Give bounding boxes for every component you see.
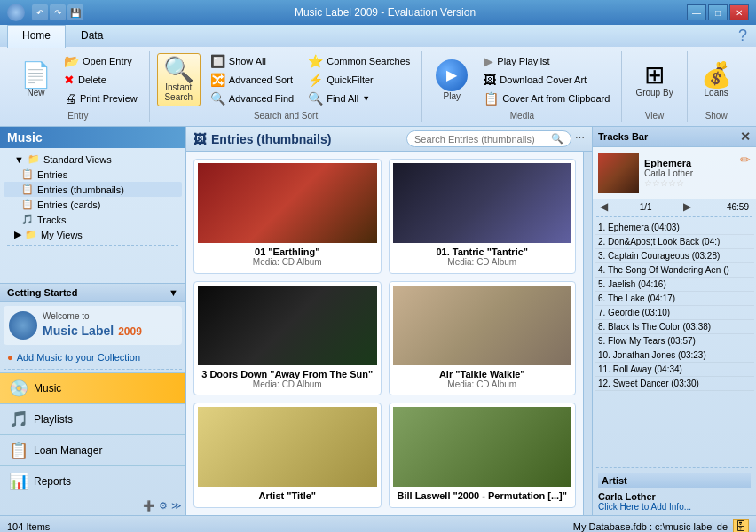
tree-tracks[interactable]: 🎵 Tracks — [4, 212, 182, 227]
content-header: 🖼 Entries (thumbnails) 🔍 ⋯ — [186, 127, 592, 152]
instant-search-icon: 🔍 — [163, 58, 194, 82]
tab-data[interactable]: Data — [66, 25, 118, 48]
sidebar-nav: 💿 Music 🎵 Playlists 📋 Loan Manager 📊 Rep… — [0, 372, 185, 497]
tree-entries[interactable]: 📋 Entries — [4, 167, 182, 182]
find-all-button[interactable]: 🔍 Find All ▼ — [303, 90, 414, 107]
advanced-find-icon: 🔍 — [210, 91, 225, 106]
loans-button[interactable]: 💰 Loans — [695, 59, 738, 102]
entry-title-earthling: 01 "Earthling" — [255, 246, 319, 257]
tracks-bar: Tracks Bar ✕ Ephemera Carla Lother ☆☆☆☆☆… — [592, 127, 756, 515]
edit-now-playing-icon[interactable]: ✏ — [740, 153, 751, 167]
getting-started-bar[interactable]: Getting Started ▼ — [0, 283, 185, 302]
entries-search-box[interactable]: 🔍 — [406, 130, 571, 147]
new-button[interactable]: 📄 New — [14, 59, 58, 102]
sidebar-tree: ▼ 📁 Standard Views 📋 Entries 📋 Entries (… — [0, 148, 185, 283]
track-list-item[interactable]: 3. Captain Courageous (03:28) — [595, 249, 754, 263]
tab-home[interactable]: Home — [7, 25, 66, 48]
tracks-close-button[interactable]: ✕ — [740, 129, 751, 144]
common-searches-button[interactable]: ⭐ Common Searches — [303, 52, 414, 70]
entry-card-3doors[interactable]: 3 Doors Down "Away From The Sun" Media: … — [193, 281, 382, 396]
tracks-list: 1. Ephemera (04:03)2. Don&Apos;t Look Ba… — [593, 219, 756, 466]
entry-card-laswell[interactable]: Bill Laswell "2000 - Permutation [...]" — [389, 403, 577, 508]
show-all-button[interactable]: 🔲 Show All — [206, 52, 298, 70]
tree-myviews-expand-icon: ▶ — [14, 229, 21, 240]
download-cover-button[interactable]: 🖼 Download Cover Art — [479, 71, 614, 89]
now-playing-section: Ephemera Carla Lother ☆☆☆☆☆ ✏ — [593, 147, 756, 199]
instant-search-button[interactable]: 🔍 InstantSearch — [157, 53, 201, 106]
maximize-button[interactable]: □ — [708, 4, 728, 20]
db-icon[interactable]: 🗄 — [733, 519, 749, 533]
track-list-item[interactable]: 1. Ephemera (04:03) — [595, 221, 754, 235]
sidebar-item-reports[interactable]: 📊 Reports — [0, 466, 185, 497]
track-list-item[interactable]: 9. Flow My Tears (03:57) — [595, 334, 754, 348]
now-playing-title: Ephemera — [644, 158, 735, 168]
quick-access-btn3[interactable]: 💾 — [67, 4, 83, 20]
sidebar-add-icon[interactable]: ➕ — [143, 500, 155, 512]
delete-label: Delete — [78, 74, 106, 85]
delete-button[interactable]: ✖ Delete — [59, 71, 142, 89]
cover-clipboard-icon: 📋 — [484, 91, 499, 106]
search-input[interactable] — [414, 134, 547, 145]
advanced-sort-button[interactable]: 🔀 Advanced Sort — [206, 71, 298, 89]
advanced-find-button[interactable]: 🔍 Advanced Find — [206, 90, 298, 107]
playlists-nav-icon: 🎵 — [9, 410, 28, 429]
tree-my-views[interactable]: ▶ 📁 My Views — [4, 227, 182, 242]
play-playlist-button[interactable]: ▶ Play Playlist — [479, 52, 614, 70]
tree-entries-thumbnails[interactable]: 📋 Entries (thumbnails) — [4, 182, 182, 197]
sidebar-item-playlists[interactable]: 🎵 Playlists — [0, 403, 185, 434]
open-icon: 📂 — [64, 54, 79, 68]
content-scrollbar[interactable] — [583, 152, 592, 515]
play-button[interactable]: ▶ Play — [429, 55, 474, 106]
track-list-item[interactable]: 6. The Lake (04:17) — [595, 292, 754, 306]
prev-button[interactable]: ◀ — [600, 200, 608, 213]
download-cover-label: Download Cover Art — [500, 74, 587, 85]
add-music-link[interactable]: ● Add Music to your Collection — [0, 348, 185, 366]
entry-card-air[interactable]: Air "Talkie Walkie" Media: CD Album — [389, 281, 577, 396]
common-searches-label: Common Searches — [327, 56, 410, 66]
ribbon: Home Data ? 📄 New 📂 Open Entry ✖ — [0, 25, 756, 127]
sidebar-settings-icon[interactable]: ⚙ — [159, 500, 168, 512]
tree-entries-cards[interactable]: 📋 Entries (cards) — [4, 197, 182, 212]
search-more-icon[interactable]: ⋯ — [575, 133, 585, 145]
close-button[interactable]: ✕ — [729, 4, 749, 20]
entry-card-earthling[interactable]: 01 "Earthling" Media: CD Album — [193, 159, 382, 274]
open-entry-button[interactable]: 📂 Open Entry — [59, 52, 142, 70]
track-list-item[interactable]: 12. Sweet Dancer (03:30) — [595, 377, 754, 391]
new-label: New — [27, 88, 44, 98]
next-button[interactable]: ▶ — [683, 200, 691, 213]
track-list-item[interactable]: 10. Jonathan Jones (03:23) — [595, 348, 754, 363]
track-list-item[interactable]: 8. Black Is The Color (03:38) — [595, 320, 754, 334]
cover-clipboard-button[interactable]: 📋 Cover Art from Clipboard — [479, 90, 614, 107]
quick-access-btn[interactable]: ↶ — [32, 4, 48, 20]
track-list-item[interactable]: 7. Geordie (03:10) — [595, 306, 754, 320]
entry-title-laswell: Bill Laswell "2000 - Permutation [...]" — [398, 490, 567, 501]
quick-access-btn2[interactable]: ↷ — [50, 4, 66, 20]
entry-thumb-laswell — [393, 407, 572, 487]
sidebar-item-loan-manager[interactable]: 📋 Loan Manager — [0, 434, 185, 466]
track-list-item[interactable]: 4. The Song Of Wandering Aen () — [595, 263, 754, 278]
group-by-button[interactable]: ⊞ Group By — [629, 59, 679, 102]
entry-card-artist[interactable]: Artist "Title" — [193, 403, 382, 508]
entry-meta-air: Media: CD Album — [447, 379, 516, 389]
track-list-item[interactable]: 11. Roll Away (04:34) — [595, 363, 754, 377]
show-group-label: Show — [705, 111, 728, 121]
play-icon: ▶ — [436, 59, 468, 91]
tree-standard-views[interactable]: ▼ 📁 Standard Views — [4, 152, 182, 167]
entry-thumb-artist — [198, 407, 377, 487]
track-list-item[interactable]: 5. Jaelish (04:16) — [595, 278, 754, 292]
entry-card-tantric[interactable]: 01. Tantric "Tantric" Media: CD Album — [389, 159, 577, 274]
print-preview-button[interactable]: 🖨 Print Preview — [59, 90, 142, 107]
now-playing-stars: ☆☆☆☆☆ — [644, 178, 735, 188]
instant-search-label: InstantSearch — [164, 82, 193, 102]
window-controls: — □ ✕ — [687, 4, 749, 20]
artist-info-link[interactable]: Click Here to Add Info... — [598, 502, 751, 512]
title-bar: ↶ ↷ 💾 Music Label 2009 - Evaluation Vers… — [0, 0, 756, 25]
ribbon-help-icon[interactable]: ? — [736, 25, 749, 47]
sidebar-item-music[interactable]: 💿 Music — [0, 372, 185, 403]
welcome-logo-icon — [9, 311, 37, 340]
music-nav-label: Music — [34, 382, 61, 395]
track-list-item[interactable]: 2. Don&Apos;t Look Back (04:) — [595, 235, 754, 249]
minimize-button[interactable]: — — [687, 4, 706, 20]
quickfilter-button[interactable]: ⚡ QuickFilter — [303, 71, 414, 89]
sidebar-more-icon[interactable]: ≫ — [171, 500, 182, 512]
